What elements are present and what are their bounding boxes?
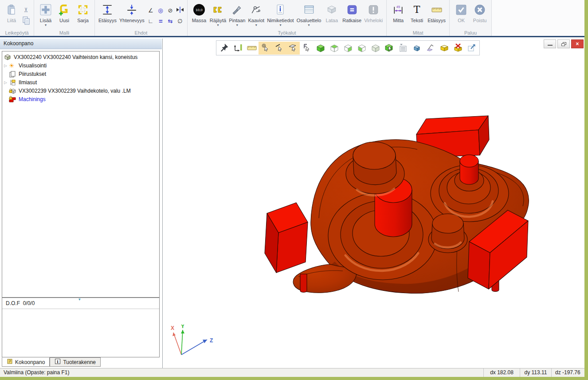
tab-product-structure[interactable]: i Tuoterakenne: [50, 357, 101, 367]
tree-item-label: Machinings: [17, 96, 46, 102]
pin-icon[interactable]: [217, 42, 231, 55]
tab-assembly[interactable]: Kokoonpano: [2, 357, 50, 367]
mass-icon: 10,0: [193, 2, 205, 18]
ok-button[interactable]: OK: [452, 1, 470, 24]
mass-button[interactable]: 10,0 Massa: [190, 1, 208, 24]
angle-constraint-icon[interactable]: ∠: [148, 7, 153, 14]
schematics-button[interactable]: Kaaviot ▾: [247, 1, 266, 28]
to-surface-button[interactable]: Pintaan ▾: [227, 1, 247, 28]
ribbon-group-clipboard: Liitä ✂ Leikepöytä: [0, 0, 34, 36]
new-part-icon: [59, 2, 70, 18]
load-label: Lataa: [326, 18, 338, 23]
ok-check-icon: [455, 2, 467, 18]
exit-button[interactable]: Poistu: [470, 1, 489, 24]
solve-button[interactable]: Ratkaise: [341, 1, 363, 24]
ribbon-group-dimensions: 45 Mitta T Teksti Etäisyys Mitat: [387, 0, 450, 36]
desktop-edge-right: [584, 0, 588, 380]
explode-dropdown-icon[interactable]: ▾: [217, 23, 219, 27]
error-log-button[interactable]: Virheloki: [363, 1, 384, 24]
coincident-constraint-label: Yhtenevyys: [119, 18, 145, 23]
parallel-constraint-icon[interactable]: =: [159, 17, 162, 25]
item-data-dropdown-icon[interactable]: ▾: [279, 23, 281, 27]
drawings-icon: [9, 71, 17, 78]
tree-item-visualization[interactable]: ▷ ☀ Visualisointi: [2, 61, 159, 70]
expander-icon[interactable]: ▷: [2, 80, 9, 85]
coincident-constraint-button[interactable]: Yhtenevyys: [118, 1, 146, 24]
paste-icon: [6, 2, 17, 18]
tree-item-drawings[interactable]: Piirustukset: [2, 70, 159, 78]
to-surface-dropdown-icon[interactable]: ▾: [236, 23, 238, 27]
display-right-face-icon[interactable]: [341, 42, 355, 55]
to-surface-label: Pintaan: [229, 18, 245, 23]
measure-distance-button[interactable]: Etäisyys: [426, 1, 447, 24]
display-pale-cube-icon[interactable]: [368, 42, 382, 55]
add-dropdown-icon[interactable]: ▾: [45, 23, 47, 27]
tree-item-part[interactable]: VX3002239 VX3002239 Vaihdekotelo, valu .…: [2, 86, 159, 95]
display-top-face-icon[interactable]: [327, 42, 341, 55]
status-dy: dy 113.11: [520, 368, 551, 377]
expander-icon[interactable]: ▷: [2, 63, 9, 68]
to-surface-icon: [231, 2, 243, 18]
symmetric-constraint-icon[interactable]: [176, 6, 184, 15]
ribbon: Liitä ✂ Leikepöytä Lisää ▾: [0, 0, 584, 37]
tree-item-machinings[interactable]: Machinings: [2, 95, 159, 103]
fix-constraint-icon[interactable]: ∅: [177, 18, 182, 24]
series-button[interactable]: Sarja: [74, 1, 92, 24]
dimension-button[interactable]: 45 Mitta: [389, 1, 408, 24]
ruler-icon[interactable]: [245, 42, 259, 55]
parts-list-button[interactable]: Osaluettelo ▾: [295, 1, 323, 28]
sketch-plane-icon[interactable]: [423, 42, 437, 55]
select-feature-icon[interactable]: [300, 42, 314, 55]
tree-item-root[interactable]: VX3002240 VX3002240 Vaihteiston kansi, k…: [2, 53, 159, 61]
select-edge-icon[interactable]: [272, 42, 286, 55]
mass-label: Massa: [192, 18, 206, 23]
model-gearbox-cover[interactable]: [261, 111, 541, 297]
item-data-button[interactable]: Nimiketiedot ▾: [266, 1, 295, 28]
display-front-face-icon[interactable]: [355, 42, 368, 55]
dimension-icon: 45: [392, 2, 404, 18]
add-button[interactable]: Lisää ▾: [36, 1, 55, 28]
parts-list-dropdown-icon[interactable]: ▾: [308, 23, 310, 27]
display-solid-icon[interactable]: [314, 42, 327, 55]
export-view-icon[interactable]: [465, 42, 478, 55]
box-open-icon[interactable]: [437, 42, 451, 55]
concentric-constraint-icon[interactable]: ◎: [158, 7, 163, 14]
parallel-arrows-constraint-icon[interactable]: ⇆: [168, 18, 172, 24]
select-vertex-icon[interactable]: [259, 42, 272, 55]
copy-icon[interactable]: [22, 16, 31, 27]
assembly-panel-header: Kokoonpano: [0, 39, 162, 49]
measure-icon[interactable]: [231, 42, 245, 55]
schematics-label: Kaaviot: [248, 18, 264, 23]
viewport-canvas[interactable]: ×: [162, 39, 584, 368]
select-solid-icon[interactable]: [382, 42, 396, 55]
group-label-clipboard: Leikepöytä: [0, 30, 34, 35]
distance-constraint-button[interactable]: Etäisyys: [97, 1, 118, 24]
text-button[interactable]: T Teksti: [408, 1, 426, 24]
minimize-button[interactable]: [544, 39, 556, 48]
ribbon-empty-area: [492, 0, 584, 36]
load-icon: [326, 2, 337, 18]
select-face-icon[interactable]: [286, 42, 300, 55]
restore-button[interactable]: [557, 39, 570, 48]
collapse-arrow-icon[interactable]: ▾: [78, 298, 81, 301]
tree-item-configurations[interactable]: ▷ Ilmiasut: [2, 78, 159, 86]
axis-y-label: Y: [181, 325, 184, 329]
cut-icon[interactable]: ✂: [22, 4, 30, 12]
profile-solid-icon[interactable]: [410, 42, 423, 55]
list-menu-icon[interactable]: [396, 42, 410, 55]
perpendicular-constraint-icon[interactable]: ∟: [148, 18, 153, 24]
tangent-constraint-icon[interactable]: ⊘: [168, 7, 172, 14]
text-label: Teksti: [411, 18, 423, 23]
error-log-label: Virheloki: [364, 18, 383, 23]
new-label: Uusi: [59, 18, 69, 23]
group-label-dimensions: Mitat: [387, 30, 449, 35]
parts-list-label: Osaluettelo: [297, 18, 321, 23]
explode-button[interactable]: Räjäytä ▾: [208, 1, 227, 28]
schematics-dropdown-icon[interactable]: ▾: [255, 23, 257, 27]
load-button[interactable]: Lataa: [322, 1, 341, 24]
box-delete-icon[interactable]: [451, 42, 465, 55]
item-data-label: Nimiketiedot: [267, 18, 294, 23]
new-button[interactable]: Uusi: [55, 1, 74, 24]
close-button[interactable]: ×: [571, 39, 584, 48]
paste-button[interactable]: Liitä: [2, 1, 21, 24]
